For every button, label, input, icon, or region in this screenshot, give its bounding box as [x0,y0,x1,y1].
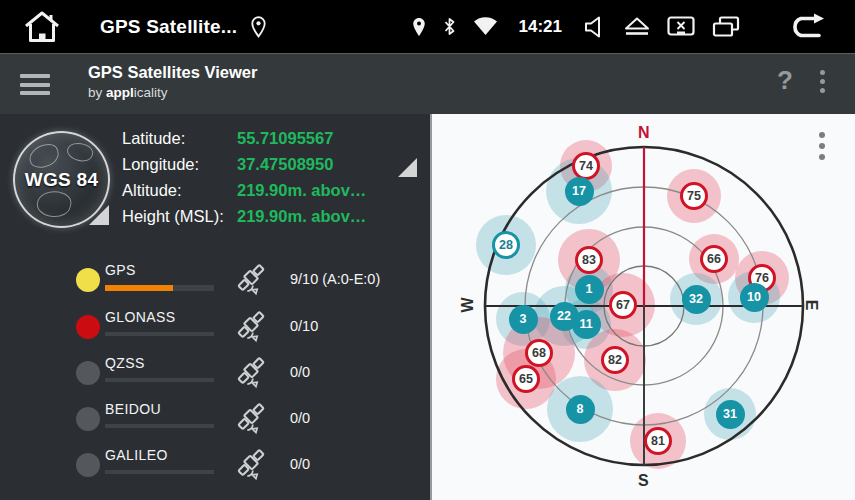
system-status-dot [76,453,100,477]
menu-icon[interactable] [20,74,50,95]
satellite-83[interactable]: 83 [575,246,603,274]
satellite-68[interactable]: 68 [525,339,553,367]
help-button[interactable]: ? [777,65,793,96]
values-expander-icon[interactable] [398,158,417,177]
bluetooth-icon [443,17,456,36]
screen-off-icon[interactable] [667,16,695,37]
location-pin-outline-icon [251,16,266,38]
eject-icon[interactable] [624,17,650,37]
system-row-galileo[interactable]: GALILEO0/0 [0,444,430,490]
volume-icon[interactable] [583,15,607,39]
signal-progress-bar [105,470,214,474]
system-row-glonass[interactable]: GLONASS0/10 [0,306,430,352]
recent-apps-icon[interactable] [712,16,740,37]
datum-label: WGS 84 [25,169,99,191]
system-row-beidou[interactable]: BEIDOU0/0 [0,398,430,444]
coordinate-label: Altitude: [122,181,237,200]
coordinate-value: 37.47508950 [237,155,333,174]
system-name: QZSS [105,355,145,371]
system-row-gps[interactable]: GPS9/10 (A:0-E:0) [0,259,430,305]
satellite-3[interactable]: 3 [509,305,538,334]
skyplot-satellites: 7417752883667611032673221168826583181 [432,114,855,500]
system-name: GPS [105,262,136,278]
system-count: 0/0 [290,364,310,380]
satellite-66[interactable]: 66 [700,245,728,273]
satellite-65[interactable]: 65 [512,365,540,393]
coordinate-value: 55.71095567 [237,129,333,148]
satellite-67[interactable]: 67 [609,291,637,319]
statusbar-right-icons: 14:21 [412,0,839,53]
satellite-17[interactable]: 17 [565,177,594,206]
system-name: BEIDOU [105,401,161,417]
system-status-dot [76,315,100,339]
coordinate-label: Height (MSL): [122,207,237,226]
satellite-icon [233,311,269,347]
satellite-74[interactable]: 74 [572,152,600,180]
coordinate-row: Longitude:37.47508950 [122,151,366,177]
coordinate-label: Longitude: [122,155,237,174]
system-status-dot [76,268,100,292]
system-status-dot [76,407,100,431]
app-title: GPS Satellites Viewer [88,63,257,82]
system-status-dot [76,361,100,385]
system-name: GLONASS [105,309,176,325]
signal-progress-bar [105,285,214,291]
system-row-qzss[interactable]: QZSS0/0 [0,352,430,398]
signal-progress-bar [105,424,214,428]
satellite-icon [233,357,269,393]
status-bar: GPS Satellite... [0,0,855,53]
satellite-8[interactable]: 8 [566,395,595,424]
app-title-block: GPS Satellites Viewer by applicality [88,63,257,100]
satellite-10[interactable]: 10 [740,283,769,312]
satellite-32[interactable]: 32 [682,285,711,314]
coordinate-value: 219.90m. abov… [237,207,366,226]
location-pin-icon [412,17,426,37]
satellite-icon [233,264,269,300]
app-header: GPS Satellites Viewer by applicality ? [0,53,855,114]
coordinate-value: 219.90m. abov… [237,181,366,200]
satellite-11[interactable]: 11 [572,310,601,339]
coordinate-label: Latitude: [122,129,237,148]
satellite-28[interactable]: 28 [492,231,520,259]
system-count: 0/10 [290,318,318,334]
home-icon[interactable] [22,9,62,45]
satellite-icon [233,403,269,439]
skyplot-panel: 7417752883667611032673221168826583181 N … [430,114,855,500]
app-subtitle: by applicality [88,85,257,100]
signal-progress-bar [105,378,214,382]
app-screen: GPS Satellite... [0,0,855,500]
satellite-75[interactable]: 75 [680,182,708,210]
satellite-icon [233,449,269,485]
wifi-icon [473,17,498,36]
overflow-menu-icon[interactable] [820,70,825,93]
system-name: GALILEO [105,447,168,463]
globe-expander-icon[interactable] [89,205,109,225]
signal-progress-bar [105,332,214,336]
system-count: 9/10 (A:0-E:0) [290,271,380,287]
satellite-1[interactable]: 1 [575,275,604,304]
coordinate-row: Altitude:219.90m. abov… [122,177,366,203]
clock: 14:21 [519,17,562,37]
coordinates-block: Latitude:55.71095567Longitude:37.4750895… [122,125,366,229]
satellite-82[interactable]: 82 [601,346,629,374]
system-count: 0/0 [290,410,310,426]
system-count: 0/0 [290,456,310,472]
coordinate-row: Latitude:55.71095567 [122,125,366,151]
back-icon[interactable] [785,13,829,41]
statusbar-app-title: GPS Satellite... [100,16,237,38]
satellite-31[interactable]: 31 [716,400,745,429]
coordinate-row: Height (MSL):219.90m. abov… [122,203,366,229]
satellite-81[interactable]: 81 [644,427,672,455]
info-panel: WGS 84 Latitude:55.71095567Longitude:37.… [0,114,430,500]
